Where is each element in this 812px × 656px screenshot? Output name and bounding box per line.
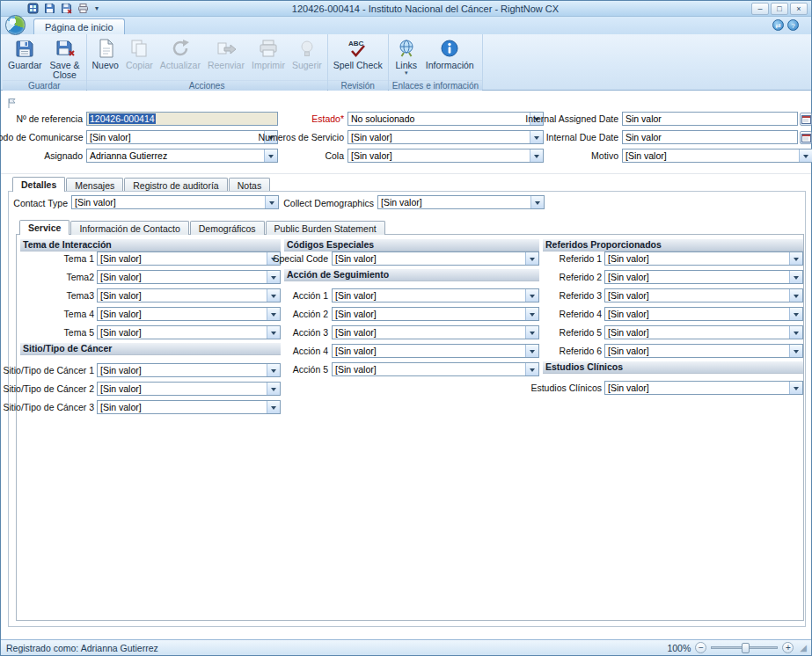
accion-4-dropdown[interactable]: [Sin valor] (332, 344, 539, 358)
accion-5-label: Acción 5 (268, 362, 328, 376)
tab-pagina-de-inicio[interactable]: Página de inicio (33, 18, 125, 34)
estudios-clinicos-dropdown-button[interactable] (789, 382, 802, 394)
links-button[interactable]: Links ▾ (391, 36, 422, 80)
save-and-close-button-label: Save & Close (49, 61, 81, 80)
special-code-dropdown-button[interactable] (525, 252, 538, 265)
accion-2-dropdown[interactable]: [Sin valor] (332, 307, 539, 321)
internal-due-date-calendar-button[interactable] (800, 131, 812, 144)
tema-3-dropdown[interactable]: [Sin valor] (97, 288, 281, 302)
accion-3-dropdown[interactable]: [Sin valor] (332, 325, 539, 339)
accion-2-dropdown-button[interactable] (525, 308, 538, 320)
guardar-button[interactable]: Guardar (4, 36, 46, 80)
save-and-close-button[interactable]: Save & Close (46, 36, 84, 80)
tema-2-dropdown-button[interactable] (267, 271, 280, 283)
tab-mensajes[interactable]: Mensajes (66, 178, 123, 192)
sugerir-button[interactable]: Sugerir (289, 36, 326, 80)
copiar-button[interactable]: Copiar (122, 36, 157, 80)
spell-check-button[interactable]: ABC Spell Check (330, 36, 386, 80)
referido-1-dropdown-button[interactable] (789, 252, 802, 265)
navigation-icon[interactable]: ⇄ (772, 19, 784, 31)
accion-5-dropdown-button[interactable] (525, 363, 538, 375)
tema-4-label: Tema 4 (3, 307, 94, 321)
minimize-button[interactable]: – (751, 3, 769, 15)
contact-type-dropdown-button[interactable] (265, 196, 278, 208)
accion-4-dropdown-button[interactable] (525, 345, 538, 357)
sitio-1-dropdown[interactable]: [Sin valor] (97, 363, 281, 377)
tema-4-dropdown[interactable]: [Sin valor] (97, 307, 281, 321)
tab-informacion-de-contacto[interactable]: Información de Contacto (70, 221, 188, 235)
nuevo-button[interactable]: Nuevo (89, 36, 122, 80)
referido-4-dropdown[interactable]: [Sin valor] (604, 307, 803, 321)
maximize-button[interactable]: □ (771, 3, 788, 15)
accion-4-label: Acción 4 (268, 344, 328, 358)
accion-1-dropdown-button[interactable] (525, 289, 538, 302)
zoom-slider[interactable] (711, 646, 778, 649)
qat-dropdown-caret[interactable]: ▾ (92, 4, 101, 12)
referido-3-dropdown[interactable]: [Sin valor] (604, 288, 803, 302)
tema-2-dropdown[interactable]: [Sin valor] (97, 270, 281, 284)
chevron-down-icon (803, 155, 808, 161)
tab-demograficos[interactable]: Demográficos (190, 221, 265, 235)
special-code-dropdown[interactable]: [Sin valor] (332, 251, 539, 266)
contact-type-dropdown[interactable]: [Sin valor] (71, 195, 279, 209)
quick-access-toolbar: ▾ (26, 2, 101, 15)
actualizar-button[interactable]: Actualizar (157, 36, 204, 80)
referido-4-dropdown-button[interactable] (789, 308, 802, 320)
asignado-dropdown[interactable]: Adrianna Gutierrez (86, 149, 278, 163)
zoom-slider-thumb[interactable] (742, 643, 750, 653)
referido-5-dropdown-button[interactable] (789, 326, 802, 339)
zoom-out-button[interactable]: − (695, 642, 706, 653)
reenviar-button[interactable]: Reenviar (204, 36, 248, 80)
internal-assigned-date-calendar-button[interactable] (800, 113, 812, 126)
zoom-in-button[interactable]: + (782, 642, 794, 653)
close-button[interactable]: × (790, 3, 808, 15)
referido-5-dropdown[interactable]: [Sin valor] (604, 325, 803, 339)
motivo-dropdown[interactable]: [Sin valor] (622, 149, 812, 163)
qat-save-close-button[interactable] (59, 2, 74, 15)
asignado-label: Asignado (0, 149, 83, 163)
sitio-2-dropdown-button[interactable] (267, 383, 280, 395)
sitio-2-dropdown[interactable]: [Sin valor] (97, 382, 281, 396)
internal-due-date-field[interactable]: Sin valor (622, 130, 798, 144)
collect-demographics-dropdown-button[interactable] (530, 196, 544, 208)
numeros-servicio-dropdown[interactable]: [Sin valor] (347, 130, 544, 144)
modo-comunicarse-dropdown[interactable]: [Sin valor] (86, 130, 278, 144)
qat-print-button[interactable] (76, 2, 91, 15)
sitio-3-dropdown[interactable]: [Sin valor] (97, 400, 281, 414)
resize-grip[interactable]: ◢ (800, 643, 807, 652)
referido-2-dropdown[interactable]: [Sin valor] (604, 270, 803, 284)
tab-service[interactable]: Service (19, 220, 69, 235)
estudios-clinicos-dropdown[interactable]: [Sin valor] (604, 381, 803, 395)
sitio-3-dropdown-button[interactable] (267, 401, 280, 413)
accion-3-dropdown-button[interactable] (525, 326, 538, 339)
estado-dropdown[interactable]: No solucionado (347, 112, 544, 126)
tab-notas[interactable]: Notas (229, 178, 270, 192)
collect-demographics-dropdown[interactable]: [Sin valor] (377, 195, 545, 209)
informacion-button[interactable]: Información (422, 36, 478, 80)
referido-3-dropdown-button[interactable] (789, 289, 802, 302)
tab-detalles[interactable]: Detalles (12, 177, 65, 192)
qat-save-button[interactable] (42, 2, 57, 15)
help-icon[interactable]: ? (787, 19, 799, 31)
accion-1-dropdown[interactable]: [Sin valor] (332, 288, 539, 302)
tema-5-dropdown[interactable]: [Sin valor] (97, 325, 281, 339)
section-header-sitio-tipo-cancer: Sitio/Tipo de Cáncer (20, 343, 281, 355)
imprimir-button[interactable]: Imprimir (248, 36, 289, 80)
accion-5-dropdown[interactable]: [Sin valor] (332, 362, 539, 376)
referencia-field[interactable]: 120426-000414 (86, 112, 278, 126)
internal-assigned-date-field[interactable]: Sin valor (622, 112, 798, 126)
referido-6-dropdown[interactable]: [Sin valor] (604, 344, 803, 358)
application-orb-button[interactable] (5, 15, 26, 35)
app-menu-button[interactable] (26, 2, 40, 15)
referido-6-dropdown-button[interactable] (789, 345, 802, 357)
tab-public-burden-statement[interactable]: Public Burden Statement (266, 221, 385, 235)
chevron-down-icon (794, 276, 799, 282)
tabrow-right-icons: ⇄ ? (772, 19, 799, 31)
motivo-dropdown-button[interactable] (799, 149, 812, 162)
tab-registro-de-auditoria[interactable]: Registro de auditoría (124, 178, 227, 192)
cola-dropdown[interactable]: [Sin valor] (347, 149, 544, 163)
tema-1-dropdown[interactable]: [Sin valor] (97, 251, 281, 266)
referido-1-dropdown[interactable]: [Sin valor] (604, 251, 803, 266)
referido-2-dropdown-button[interactable] (789, 271, 802, 283)
special-code-label: Special Code (268, 251, 328, 266)
